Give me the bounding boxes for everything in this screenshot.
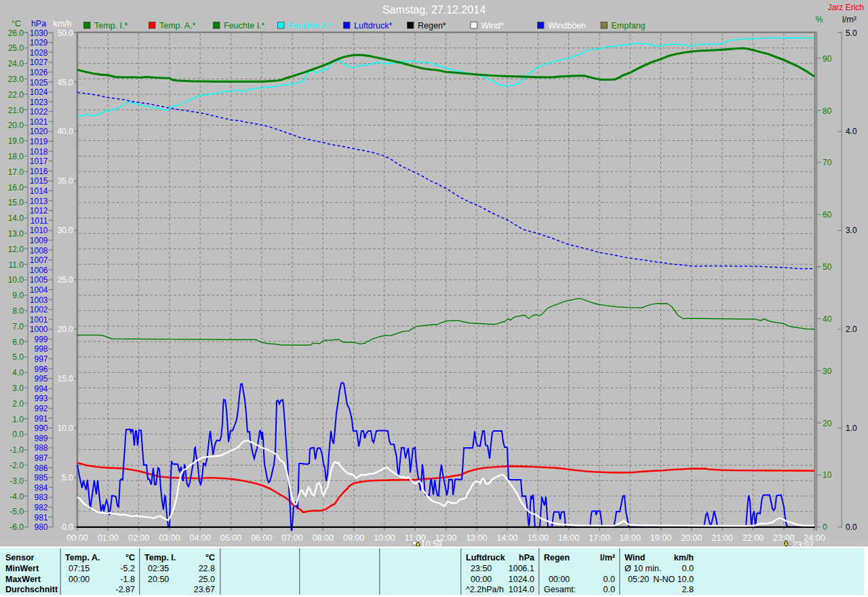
svg-text:1.0: 1.0: [12, 415, 24, 424]
svg-text:Temp. I.*: Temp. I.*: [94, 21, 127, 30]
svg-text:0.0: 0.0: [846, 522, 857, 532]
svg-text:22.8: 22.8: [199, 564, 215, 573]
svg-text:1.0: 1.0: [846, 424, 857, 433]
svg-text:Samstag, 27.12.2014: Samstag, 27.12.2014: [382, 4, 486, 16]
svg-text:23.67: 23.67: [194, 585, 215, 594]
svg-text:-4.0: -4.0: [9, 492, 24, 501]
svg-text:10: 10: [823, 470, 832, 480]
svg-text:996: 996: [34, 365, 47, 374]
svg-text:-5.0: -5.0: [9, 507, 24, 516]
svg-text:hPa: hPa: [31, 19, 46, 28]
svg-text:00:00: 00:00: [66, 533, 87, 543]
svg-text:-1.0: -1.0: [9, 445, 24, 455]
svg-text:Sensor: Sensor: [5, 553, 35, 562]
svg-text:5.0: 5.0: [846, 28, 857, 38]
svg-text:1006.1: 1006.1: [509, 564, 534, 573]
svg-text:22:00: 22:00: [743, 533, 764, 543]
svg-text:10.0: 10.0: [58, 424, 74, 433]
svg-text:981: 981: [34, 513, 47, 522]
svg-text:18:00: 18:00: [620, 533, 641, 543]
svg-text:1019: 1019: [30, 137, 48, 146]
svg-text:1011: 1011: [31, 216, 48, 226]
svg-text:992: 992: [34, 404, 47, 413]
svg-text:15.0: 15.0: [58, 374, 74, 384]
svg-text:987: 987: [34, 453, 47, 463]
svg-text:20.0: 20.0: [8, 121, 24, 130]
svg-text:995: 995: [34, 374, 47, 384]
svg-text:1012: 1012: [30, 206, 48, 215]
svg-text:1007: 1007: [30, 255, 48, 265]
svg-text:1027: 1027: [30, 58, 48, 67]
svg-text:988: 988: [34, 443, 47, 453]
svg-text:5.0: 5.0: [12, 352, 24, 362]
svg-text:23.0: 23.0: [8, 75, 24, 84]
svg-text:08:00: 08:00: [313, 533, 334, 543]
svg-text:km/h: km/h: [674, 553, 694, 562]
svg-text:26.0: 26.0: [8, 28, 24, 38]
svg-text:1029: 1029: [30, 38, 48, 47]
svg-text:3.0: 3.0: [846, 226, 857, 235]
svg-text:12.0: 12.0: [8, 245, 24, 254]
svg-text:70: 70: [823, 158, 832, 167]
svg-text:25.0: 25.0: [8, 43, 24, 53]
svg-text:-1.8: -1.8: [120, 575, 135, 584]
svg-text:00:00: 00:00: [471, 575, 492, 584]
svg-text:3.0: 3.0: [12, 384, 24, 393]
svg-text:0.0: 0.0: [604, 575, 615, 584]
svg-text:1024: 1024: [30, 87, 48, 97]
svg-text:Temp. I.: Temp. I.: [144, 553, 176, 562]
svg-text:991: 991: [34, 414, 47, 424]
svg-text:2.0: 2.0: [12, 399, 24, 409]
svg-text:4.0: 4.0: [12, 368, 24, 377]
svg-text:1002: 1002: [30, 305, 48, 314]
svg-text:50: 50: [823, 262, 832, 272]
svg-text:MinWert: MinWert: [5, 564, 39, 573]
svg-text:14:00: 14:00: [496, 533, 517, 543]
svg-text:2.0: 2.0: [846, 325, 857, 334]
svg-text:km/h: km/h: [53, 19, 71, 28]
svg-text:0.0: 0.0: [62, 522, 73, 532]
svg-text:05:20: 05:20: [628, 575, 649, 584]
svg-text:Empfang: Empfang: [612, 21, 646, 30]
svg-text:1023: 1023: [30, 98, 48, 107]
svg-text:l/m²: l/m²: [600, 553, 615, 562]
svg-text:Luftdruck: Luftdruck: [466, 553, 505, 562]
svg-text:Temp. A.*: Temp. A.*: [159, 21, 196, 30]
svg-text:999: 999: [34, 335, 47, 344]
svg-text:Regen: Regen: [544, 553, 570, 562]
svg-text:990: 990: [34, 424, 47, 433]
svg-text:1015: 1015: [30, 176, 48, 186]
svg-text:14.0: 14.0: [8, 213, 24, 223]
svg-text:15:00: 15:00: [528, 533, 549, 543]
svg-text:17.0: 17.0: [8, 167, 24, 177]
svg-text:^2.2hPa/h: ^2.2hPa/h: [466, 585, 504, 594]
svg-text:-2.0: -2.0: [9, 461, 24, 470]
svg-text:hPa: hPa: [519, 553, 535, 562]
svg-text:1021: 1021: [30, 117, 48, 127]
svg-text:998: 998: [34, 344, 47, 354]
svg-text:1030: 1030: [30, 28, 48, 38]
svg-text:17:00: 17:00: [589, 533, 610, 543]
svg-text:15.0: 15.0: [8, 198, 24, 207]
svg-text:01:00: 01:00: [98, 533, 119, 543]
svg-text:25.0: 25.0: [58, 275, 74, 285]
svg-text:994: 994: [34, 384, 47, 394]
svg-text:1004: 1004: [30, 285, 48, 295]
svg-text:7.0: 7.0: [12, 322, 24, 331]
svg-text:Gesamt:: Gesamt:: [544, 585, 576, 594]
svg-text:13:00: 13:00: [466, 533, 487, 543]
svg-text:8.0: 8.0: [12, 306, 24, 316]
svg-text:20:00: 20:00: [681, 533, 702, 543]
svg-text:1009: 1009: [30, 236, 48, 245]
svg-text:1008: 1008: [30, 246, 48, 255]
svg-text:02:00: 02:00: [128, 533, 149, 543]
svg-text:02:35: 02:35: [148, 564, 169, 573]
svg-text:°C: °C: [125, 553, 135, 562]
svg-text:1016: 1016: [30, 167, 48, 176]
svg-text:l/m²: l/m²: [842, 15, 856, 24]
svg-text:35.0: 35.0: [58, 176, 74, 186]
svg-text:23:50: 23:50: [471, 564, 492, 573]
svg-text:Regen*: Regen*: [418, 21, 446, 30]
svg-text:25.0: 25.0: [199, 575, 215, 584]
svg-text:1017: 1017: [30, 157, 48, 166]
